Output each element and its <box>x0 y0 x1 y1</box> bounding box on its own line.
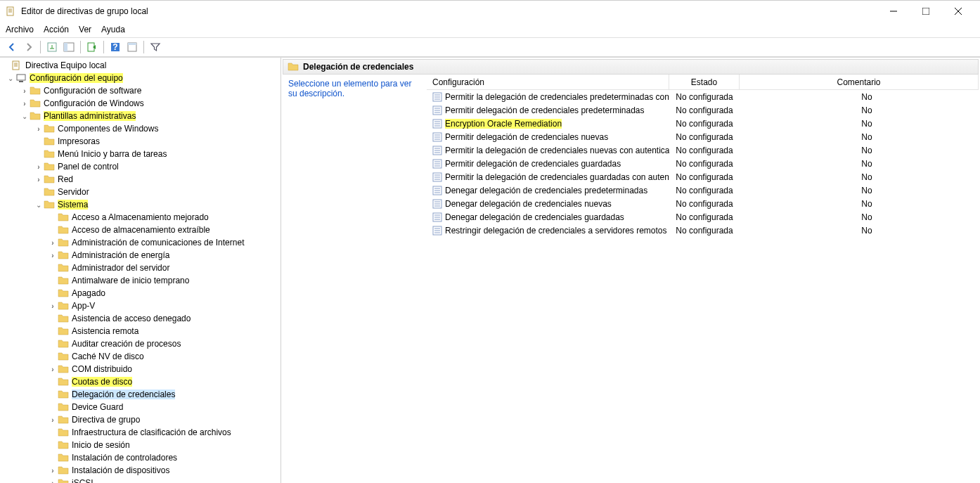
folder-icon <box>30 85 41 96</box>
tree-item[interactable]: Instalación de dispositivos <box>0 464 281 477</box>
tree-label: Administración de comunicaciones de Inte… <box>72 238 244 247</box>
setting-row[interactable]: Permitir delegación de credenciales pred… <box>427 103 979 117</box>
tree-config-equipo[interactable]: Configuración del equipo <box>0 72 281 84</box>
tree-panel-control[interactable]: Panel de control <box>0 160 281 173</box>
setting-state: No configurada <box>669 105 740 115</box>
tree-label: Directiva de grupo <box>72 415 140 425</box>
folder-icon <box>58 237 69 248</box>
setting-state: No configurada <box>669 92 740 102</box>
tree-config-software[interactable]: Configuración de software <box>0 84 281 97</box>
tree-item[interactable]: Caché NV de disco <box>0 350 281 363</box>
folder-icon <box>58 224 69 236</box>
tree-sistema[interactable]: Sistema <box>0 198 281 211</box>
folder-icon <box>44 199 55 210</box>
col-header-name[interactable]: Configuración <box>427 75 669 89</box>
maximize-button[interactable] <box>910 1 942 22</box>
filter-button[interactable] <box>148 39 163 55</box>
setting-row[interactable]: Denegar delegación de credenciales prede… <box>427 183 979 197</box>
tree-comp-windows[interactable]: Componentes de Windows <box>0 122 281 135</box>
tree-delegacion[interactable]: Delegación de credenciales <box>0 388 281 401</box>
tree-cuotas[interactable]: Cuotas de disco <box>0 375 281 388</box>
setting-row[interactable]: Permitir la delegación de credenciales n… <box>427 143 979 157</box>
tree-servidor[interactable]: Servidor <box>0 186 281 198</box>
tree-impresoras[interactable]: Impresoras <box>0 135 281 148</box>
folder-icon <box>44 148 55 160</box>
tree-item[interactable]: Device Guard <box>0 401 281 413</box>
setting-row[interactable]: Denegar delegación de credenciales guard… <box>427 210 979 224</box>
tree-item[interactable]: Administración de comunicaciones de Inte… <box>0 236 281 249</box>
minimize-button[interactable] <box>877 1 910 22</box>
show-hide-tree-button[interactable] <box>61 39 77 55</box>
menu-ayuda[interactable]: Ayuda <box>101 25 125 34</box>
tree-item[interactable]: Administrador del servidor <box>0 262 281 274</box>
tree-label: Administración de energía <box>72 250 169 260</box>
col-header-comment[interactable]: Comentario <box>740 75 979 89</box>
tree-red[interactable]: Red <box>0 173 281 186</box>
setting-name: Denegar delegación de credenciales guard… <box>445 212 624 222</box>
tree-item[interactable]: App-V <box>0 300 281 312</box>
tree-label: Instalación de controladores <box>72 453 177 463</box>
tree-label: Componentes de Windows <box>58 124 158 134</box>
menu-archivo[interactable]: Archivo <box>6 25 34 34</box>
tree-menu-inicio[interactable]: Menú Inicio y barra de tareas <box>0 148 281 160</box>
tree-item[interactable]: Asistencia de acceso denegado <box>0 312 281 325</box>
forward-button[interactable] <box>21 39 37 55</box>
tree-label: Auditar creación de procesos <box>72 339 181 349</box>
tree-item[interactable]: COM distribuido <box>0 363 281 375</box>
setting-row[interactable]: Permitir la delegación de credenciales p… <box>427 90 979 103</box>
folder-icon <box>58 351 69 362</box>
menu-accion[interactable]: Acción <box>44 25 69 34</box>
folder-icon <box>58 465 69 476</box>
menu-ver[interactable]: Ver <box>79 25 91 34</box>
col-header-state[interactable]: Estado <box>669 75 740 89</box>
export-button[interactable] <box>84 39 100 55</box>
setting-row[interactable]: Permitir delegación de credenciales guar… <box>427 157 979 170</box>
tree-item[interactable]: Acceso a Almacenamiento mejorado <box>0 211 281 224</box>
tree-label: Apagado <box>72 288 105 298</box>
setting-state: No configurada <box>669 199 740 209</box>
tree-item[interactable]: Apagado <box>0 287 281 300</box>
setting-comment: No <box>740 92 979 102</box>
tree-root[interactable]: Directiva Equipo local <box>0 59 281 72</box>
tree-item[interactable]: Antimalware de inicio temprano <box>0 274 281 287</box>
properties-button[interactable] <box>124 39 140 55</box>
setting-row[interactable]: Denegar delegación de credenciales nueva… <box>427 197 979 210</box>
tree-label: Instalación de dispositivos <box>72 465 169 475</box>
tree-label: Infraestructura de clasificación de arch… <box>72 427 231 437</box>
list-rows[interactable]: Permitir la delegación de credenciales p… <box>427 90 979 482</box>
tree-item[interactable]: Inicio de sesión <box>0 439 281 451</box>
folder-icon <box>58 300 69 311</box>
close-button[interactable] <box>942 1 974 22</box>
setting-row[interactable]: Encryption Oracle RemediationNo configur… <box>427 117 979 130</box>
tree-pane[interactable]: Directiva Equipo local Configuración del… <box>0 58 281 483</box>
tree-config-windows[interactable]: Configuración de Windows <box>0 97 281 110</box>
tree-item[interactable]: Instalación de controladores <box>0 451 281 464</box>
folder-icon <box>30 98 41 109</box>
setting-state: No configurada <box>669 212 740 222</box>
tree-item[interactable]: iSCSI <box>0 477 281 483</box>
tree-item[interactable]: Auditar creación de procesos <box>0 337 281 350</box>
tree-item[interactable]: Directiva de grupo <box>0 413 281 426</box>
tree-label: Antimalware de inicio temprano <box>72 276 189 285</box>
detail-title: Delegación de credenciales <box>303 62 413 72</box>
folder-icon <box>58 326 69 337</box>
setting-comment: No <box>740 146 979 155</box>
tree-item[interactable]: Acceso de almacenamiento extraíble <box>0 224 281 236</box>
folder-icon <box>44 174 55 185</box>
setting-name: Permitir delegación de credenciales guar… <box>445 159 621 169</box>
tree-root-label: Directiva Equipo local <box>25 60 106 70</box>
setting-row[interactable]: Permitir la delegación de credenciales g… <box>427 170 979 183</box>
tree-label: Asistencia remota <box>72 326 138 336</box>
setting-row[interactable]: Restringir delegación de credenciales a … <box>427 224 979 237</box>
tree-item[interactable]: Administración de energía <box>0 249 281 262</box>
setting-row[interactable]: Permitir delegación de credenciales nuev… <box>427 130 979 143</box>
help-button[interactable]: ? <box>108 39 123 55</box>
up-button[interactable] <box>44 39 60 55</box>
back-button[interactable] <box>4 39 20 55</box>
tree-item[interactable]: Asistencia remota <box>0 325 281 337</box>
setting-comment: No <box>740 226 979 236</box>
tree-item[interactable]: Infraestructura de clasificación de arch… <box>0 426 281 439</box>
tree-plantillas[interactable]: Plantillas administrativas <box>0 110 281 122</box>
setting-name: Restringir delegación de credenciales a … <box>445 226 667 236</box>
folder-icon <box>58 414 69 425</box>
